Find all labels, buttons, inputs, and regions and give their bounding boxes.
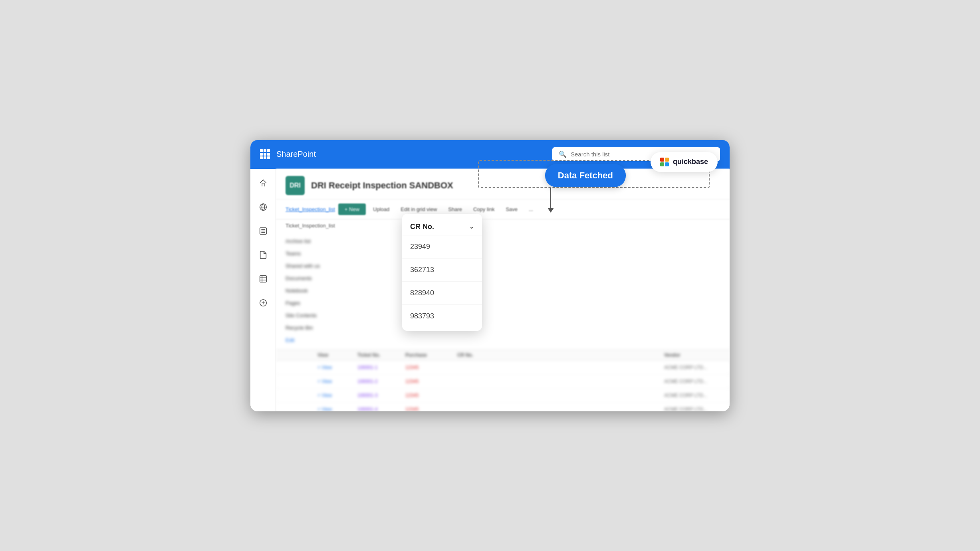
dropdown-title: CR No. xyxy=(410,223,434,231)
dropdown-item-0[interactable]: 23949 xyxy=(402,235,482,259)
tab-subtitle: Ticket_Inspection_list xyxy=(276,219,730,232)
dropdown-item-2[interactable]: 828940 xyxy=(402,282,482,305)
new-button[interactable]: + New xyxy=(338,203,366,215)
quickbase-squares-icon xyxy=(660,158,669,166)
search-icon: 🔍 xyxy=(559,150,567,158)
dropdown-item-3[interactable]: 983793 xyxy=(402,305,482,328)
main-layout: DRI DRI Receipt Inspection SANDBOX Ticke… xyxy=(250,169,730,411)
quickbase-label: quickbase xyxy=(673,158,708,166)
edit-grid-button[interactable]: Edit in grid view xyxy=(397,204,441,215)
dropdown-item-1[interactable]: 362713 xyxy=(402,259,482,282)
app-icon: DRI xyxy=(286,176,305,195)
table-row: + View 100001-2 12345 ACME CORP LTD... xyxy=(276,375,730,389)
col-header-purchase: Purchase xyxy=(405,352,457,358)
table-row: + View 100001-1 12345 ACME CORP LTD... xyxy=(276,361,730,375)
sidebar-list-icon[interactable] xyxy=(255,223,271,239)
quickbase-logo xyxy=(660,158,669,166)
nav-item-site-contents[interactable]: Site Contents xyxy=(286,309,720,322)
page-header: DRI DRI Receipt Inspection SANDBOX xyxy=(276,169,730,199)
nav-item-notebook[interactable]: Notebook xyxy=(286,284,720,297)
col-header-vendor: Vendor xyxy=(664,352,720,358)
nav-item-archive[interactable]: Archive list xyxy=(286,235,720,247)
col-header-ticket: Ticket No. xyxy=(357,352,405,358)
col-header-0 xyxy=(286,352,317,358)
sidebar xyxy=(250,169,276,411)
nav-item-documents[interactable]: Documents xyxy=(286,272,720,284)
content-area: DRI DRI Receipt Inspection SANDBOX Ticke… xyxy=(276,169,730,411)
main-window: SharePoint 🔍 xyxy=(250,140,730,411)
apps-icon[interactable] xyxy=(260,149,270,159)
sidebar-table-icon[interactable] xyxy=(255,271,271,287)
nav-item-edit[interactable]: Edit xyxy=(286,334,720,346)
table-row: + View 100001-4 12345 ACME CORP LTD... xyxy=(276,403,730,411)
quickbase-badge: quickbase xyxy=(651,152,718,172)
active-tab-link[interactable]: Ticket_Inspection_list xyxy=(286,206,335,212)
sidebar-add-icon[interactable] xyxy=(255,295,271,311)
nav-item-shared[interactable]: Shared with us xyxy=(286,260,720,272)
nav-list: Archive list Teams Shared with us Docume… xyxy=(276,232,730,350)
sidebar-document-icon[interactable] xyxy=(255,247,271,263)
save-button[interactable]: Save xyxy=(502,204,522,215)
table-header: View Ticket No. Purchase CR No. Vendor xyxy=(276,350,730,361)
col-header-view: View xyxy=(317,352,357,358)
toolbar: Ticket_Inspection_list + New Upload Edit… xyxy=(276,199,730,219)
sidebar-globe-icon[interactable] xyxy=(255,199,271,215)
svg-rect-5 xyxy=(260,275,266,282)
copy-link-button[interactable]: Copy link xyxy=(469,204,498,215)
chevron-down-icon[interactable]: ⌄ xyxy=(469,223,474,230)
sidebar-home-icon[interactable] xyxy=(255,175,271,191)
more-button[interactable]: ... xyxy=(525,204,537,215)
nav-item-recycle-bin[interactable]: Recycle Bin xyxy=(286,322,720,334)
col-header-5 xyxy=(616,352,664,358)
data-fetched-button[interactable]: Data Fetched xyxy=(545,164,626,187)
share-button[interactable]: Share xyxy=(444,204,466,215)
page-title: DRI Receipt Inspection SANDBOX xyxy=(311,180,453,191)
cr-no-dropdown: CR No. ⌄ 23949 362713 828940 983793 xyxy=(402,214,482,331)
table-row: + View 100001-3 12345 ACME CORP LTD... xyxy=(276,389,730,403)
dropdown-header: CR No. ⌄ xyxy=(402,217,482,235)
upload-button[interactable]: Upload xyxy=(369,204,393,215)
nav-item-pages[interactable]: Pages xyxy=(286,297,720,309)
app-name: SharePoint xyxy=(276,150,316,159)
col-header-cr-no: CR No. xyxy=(457,352,616,358)
nav-item-teams[interactable]: Teams xyxy=(286,247,720,260)
